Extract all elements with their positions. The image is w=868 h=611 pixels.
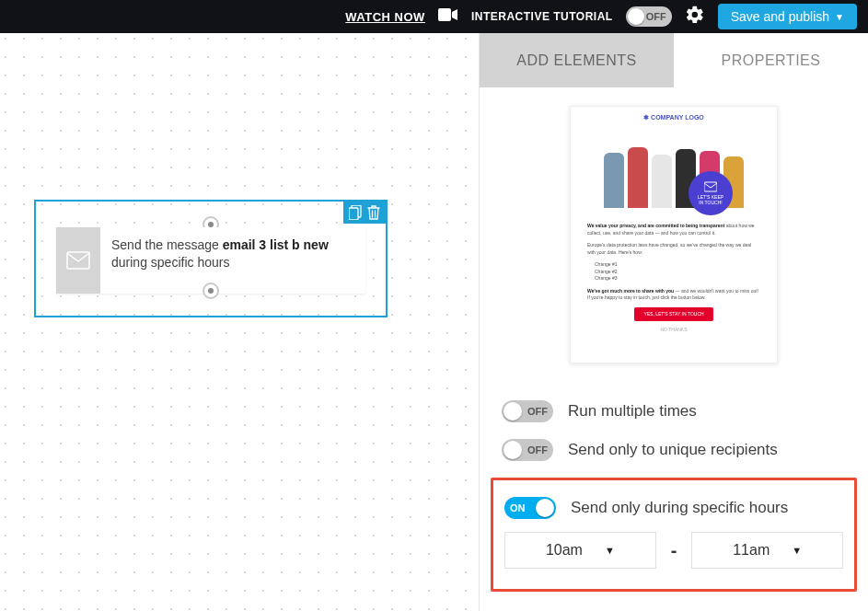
node-connector-bottom[interactable] [203,282,219,299]
preview-body: We value your privacy, and are committed… [571,208,777,341]
svg-rect-2 [349,208,358,220]
node-toolbar [343,202,386,224]
caret-down-icon: ▼ [792,545,802,556]
specific-hours-section: ON Send only during specific hours 10am▼… [491,478,857,592]
unique-recipients-toggle[interactable]: OFF [502,439,553,461]
node-description: Send the message email 3 list b new duri… [100,227,365,294]
preview-badge: LET'S KEEPIN TOUCH! [689,171,733,215]
caret-down-icon: ▼ [835,12,844,22]
svg-rect-0 [438,8,451,21]
watch-now-link[interactable]: WATCH NOW [345,10,425,24]
preview-hero: LET'S KEEPIN TOUCH! [571,125,777,208]
tab-add-elements[interactable]: ADD ELEMENTS [480,33,674,87]
property-unique-recipients: OFF Send only to unique recipients [502,439,846,461]
workflow-node-send-message[interactable]: Send the message email 3 list b new duri… [34,200,388,317]
property-run-multiple: OFF Run multiple times [502,400,846,422]
interactive-tutorial-toggle[interactable]: OFF [626,6,672,27]
interactive-tutorial-label: INTERACTIVE TUTORIAL [471,10,613,23]
save-and-publish-button[interactable]: Save and publish▼ [718,4,857,29]
gear-icon[interactable] [685,5,705,29]
copy-icon[interactable] [349,205,362,220]
workflow-canvas[interactable]: Send the message email 3 list b new duri… [0,33,479,611]
tab-properties[interactable]: PROPERTIES [674,33,868,87]
caret-down-icon: ▼ [605,545,615,556]
top-bar: WATCH NOW INTERACTIVE TUTORIAL OFF Save … [0,0,868,33]
side-panel: ADD ELEMENTS PROPERTIES ✱ COMPANY LOGO L… [479,33,868,611]
run-multiple-label: Run multiple times [568,402,697,421]
email-preview-thumbnail[interactable]: ✱ COMPANY LOGO LET'S KEEPIN TOUCH! We va… [570,106,778,363]
time-range-separator: - [671,540,677,561]
video-camera-icon[interactable] [438,7,458,26]
specific-hours-label: Send only during specific hours [571,499,788,517]
preview-company-logo: ✱ COMPANY LOGO [571,107,777,125]
trash-icon[interactable] [367,205,380,220]
time-to-select[interactable]: 11am▼ [691,532,843,569]
envelope-icon [56,227,100,294]
time-from-select[interactable]: 10am▼ [504,532,656,569]
specific-hours-toggle[interactable]: ON [504,497,556,519]
svg-rect-4 [704,182,717,191]
svg-rect-3 [67,252,89,269]
run-multiple-toggle[interactable]: OFF [502,400,553,422]
unique-recipients-label: Send only to unique recipients [568,441,778,459]
